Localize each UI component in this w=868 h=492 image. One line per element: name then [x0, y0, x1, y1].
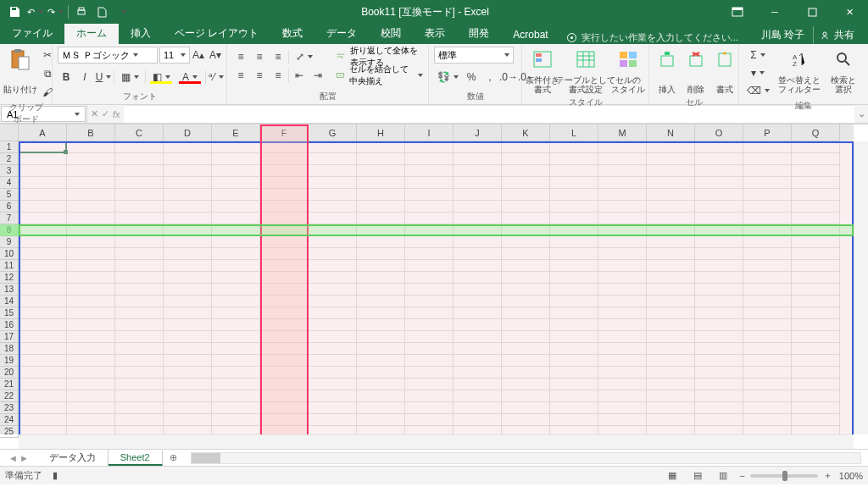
share-button[interactable]: 共有 — [813, 26, 861, 44]
align-middle-button[interactable]: ≡ — [251, 48, 268, 65]
select-all-corner[interactable] — [0, 124, 19, 141]
decrease-decimal-button[interactable]: .0← — [519, 69, 536, 86]
decrease-font-button[interactable]: A▾ — [207, 47, 224, 64]
new-icon[interactable] — [92, 3, 111, 21]
column-header-G[interactable]: G — [309, 124, 357, 141]
cells-area[interactable] — [19, 141, 854, 434]
copy-button[interactable]: ⧉ — [39, 65, 56, 82]
qat-customize[interactable] — [113, 3, 131, 21]
column-header-D[interactable]: D — [164, 124, 212, 141]
tab-view[interactable]: 表示 — [413, 24, 457, 44]
font-name-combo[interactable]: ＭＳ Ｐゴシック — [58, 47, 158, 64]
row-header-19[interactable]: 19 — [0, 355, 19, 367]
row-header-17[interactable]: 17 — [0, 331, 19, 343]
new-sheet-button[interactable]: ⊕ — [163, 452, 184, 463]
row-header-1[interactable]: 1 — [0, 141, 19, 153]
row-headers[interactable]: 1234567891011121314151617181920212223242… — [0, 141, 19, 434]
tab-acrobat[interactable]: Acrobat — [501, 26, 559, 44]
tab-insert[interactable]: 挿入 — [119, 24, 163, 44]
column-header-I[interactable]: I — [405, 124, 453, 141]
column-header-K[interactable]: K — [502, 124, 550, 141]
align-center-button[interactable]: ≡ — [251, 67, 268, 84]
macro-record-icon[interactable]: ▮ — [53, 470, 58, 481]
accounting-format-button[interactable]: 💱 — [434, 69, 461, 86]
phonetic-button[interactable]: ᵃ⁄ — [208, 69, 225, 86]
tab-review[interactable]: 校閲 — [369, 24, 413, 44]
font-size-combo[interactable]: 11 — [159, 47, 190, 64]
zoom-out-button[interactable]: − — [739, 471, 744, 481]
sheet-nav-next[interactable]: ► — [19, 453, 29, 463]
tab-data[interactable]: データ — [314, 24, 369, 44]
number-format-combo[interactable]: 標準 — [434, 47, 514, 64]
sort-filter-button[interactable]: AZ並べ替えと フィルター — [775, 47, 824, 96]
maximize-button[interactable] — [793, 0, 831, 24]
column-headers[interactable]: ABCDEFGHIJKLMNOPQ — [19, 124, 854, 141]
user-name[interactable]: 川島 玲子 — [761, 28, 804, 42]
sheet-nav-prev[interactable]: ◄ — [8, 453, 18, 463]
percent-button[interactable]: % — [463, 69, 480, 86]
row-header-15[interactable]: 15 — [0, 307, 19, 319]
fill-button[interactable]: ▾ — [744, 64, 771, 81]
row-header-13[interactable]: 13 — [0, 284, 19, 296]
tab-formulas[interactable]: 数式 — [270, 24, 314, 44]
row-header-14[interactable]: 14 — [0, 296, 19, 307]
align-right-button[interactable]: ≡ — [270, 67, 287, 84]
column-header-A[interactable]: A — [19, 124, 67, 141]
column-header-N[interactable]: N — [647, 124, 695, 141]
zoom-slider[interactable]: − ＋ — [739, 469, 832, 482]
align-bottom-button[interactable]: ≡ — [270, 48, 287, 65]
sheet-hscroll[interactable] — [191, 452, 861, 464]
decrease-indent-button[interactable]: ⇤ — [291, 67, 308, 84]
row-header-18[interactable]: 18 — [0, 343, 19, 355]
tab-page-layout[interactable]: ページ レイアウト — [163, 24, 270, 44]
worksheet-grid[interactable]: ABCDEFGHIJKLMNOPQ 1234567891011121314151… — [0, 124, 868, 449]
column-header-B[interactable]: B — [67, 124, 115, 141]
column-header-Q[interactable]: Q — [792, 124, 840, 141]
zoom-in-button[interactable]: ＋ — [823, 469, 832, 482]
row-header-21[interactable]: 21 — [0, 379, 19, 390]
tab-file[interactable]: ファイル — [0, 24, 64, 44]
row-header-10[interactable]: 10 — [0, 248, 19, 260]
tell-me-search[interactable]: 実行したい作業を入力してください... — [567, 31, 738, 44]
fx-icon[interactable]: fx — [113, 109, 120, 119]
bold-button[interactable]: B — [58, 69, 75, 86]
borders-button[interactable]: ▦ — [116, 69, 143, 86]
tab-developer[interactable]: 開発 — [457, 24, 501, 44]
cell-styles-button[interactable]: セルの スタイル — [613, 47, 643, 96]
column-header-H[interactable]: H — [357, 124, 405, 141]
row-header-24[interactable]: 24 — [0, 414, 19, 426]
close-button[interactable]: ✕ — [831, 0, 868, 24]
insert-cells-button[interactable]: 挿入 — [654, 47, 680, 96]
column-header-F[interactable]: F — [260, 124, 309, 141]
font-color-button[interactable]: A — [176, 69, 203, 86]
sheet-tab-data-input[interactable]: データ入力 — [37, 450, 108, 466]
row-header-9[interactable]: 9 — [0, 236, 19, 248]
increase-decimal-button[interactable]: .0→ — [500, 69, 517, 86]
sheet-nav[interactable]: ◄► — [0, 453, 37, 463]
tab-home[interactable]: ホーム — [64, 24, 119, 44]
view-page-break-button[interactable]: ▥ — [714, 468, 732, 484]
autosum-button[interactable]: Σ — [744, 47, 771, 64]
column-header-M[interactable]: M — [598, 124, 647, 141]
column-header-L[interactable]: L — [550, 124, 598, 141]
row-header-16[interactable]: 16 — [0, 319, 19, 331]
wrap-text-button[interactable]: 折り返して全体を表示する — [337, 48, 423, 65]
column-header-E[interactable]: E — [212, 124, 260, 141]
format-as-table-button[interactable]: テーブルとして 書式設定 — [561, 47, 609, 96]
increase-font-button[interactable]: A▴ — [190, 47, 207, 64]
zoom-level[interactable]: 100% — [839, 471, 863, 481]
sheet-tab-sheet2[interactable]: Sheet2 — [108, 451, 163, 466]
row-header-11[interactable]: 11 — [0, 260, 19, 272]
row-header-2[interactable]: 2 — [0, 153, 19, 165]
vertical-scrollbar[interactable] — [854, 141, 868, 434]
align-left-button[interactable]: ≡ — [232, 67, 249, 84]
row-header-25[interactable]: 25 — [0, 426, 19, 438]
italic-button[interactable]: I — [76, 69, 93, 86]
underline-button[interactable]: U — [95, 69, 112, 86]
redo-button[interactable]: ↷ — [46, 3, 64, 21]
horizontal-scrollbar[interactable] — [19, 434, 854, 449]
quickprint-icon[interactable] — [72, 3, 91, 21]
align-top-button[interactable]: ≡ — [232, 48, 249, 65]
column-header-C[interactable]: C — [115, 124, 164, 141]
format-painter-button[interactable]: 🖌 — [39, 84, 56, 101]
